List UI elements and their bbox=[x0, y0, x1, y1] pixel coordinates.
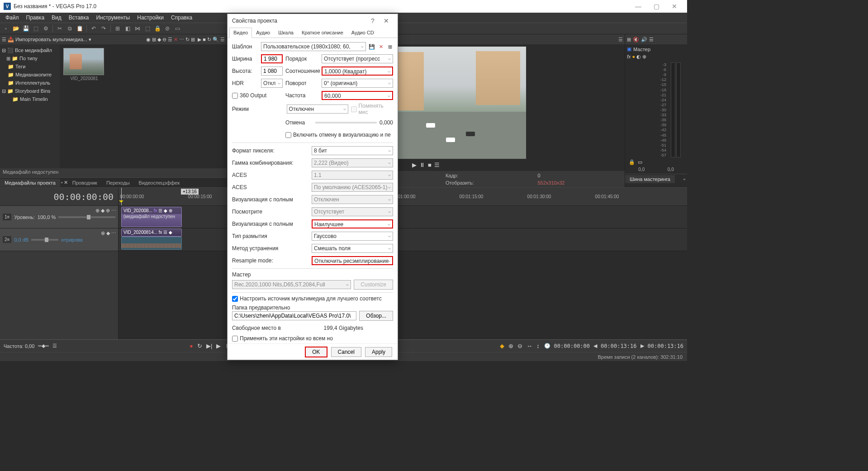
collapse-icon[interactable]: ⊖ bbox=[517, 342, 523, 350]
cancel-button[interactable]: Cancel bbox=[331, 347, 361, 357]
play-start-icon[interactable]: ▶| bbox=[205, 342, 213, 350]
paste-icon[interactable]: 📋 bbox=[76, 24, 84, 33]
height-input[interactable] bbox=[261, 67, 283, 76]
apply-all-checkbox[interactable] bbox=[232, 336, 238, 342]
fullrender2-select[interactable]: Наилучшее bbox=[312, 219, 393, 228]
copy-icon[interactable]: ⧉ bbox=[66, 24, 74, 33]
minimize-button[interactable]: — bbox=[629, 0, 647, 13]
play-media-icon[interactable]: ▶ bbox=[198, 37, 201, 43]
timecode-display[interactable]: 00:00:00:00 bbox=[0, 188, 118, 206]
record-icon[interactable]: ● bbox=[189, 342, 194, 350]
tree-all-media[interactable]: ⊟⬛Все медиафайл bbox=[2, 46, 58, 54]
track-fx-icon[interactable]: ◆ bbox=[101, 208, 104, 214]
expand-icon[interactable]: ⊕ bbox=[508, 342, 514, 350]
more-icon[interactable]: ⋯ bbox=[179, 37, 184, 43]
master-collapse-icon[interactable]: ⊞ bbox=[627, 37, 631, 43]
save-icon[interactable]: 💾 bbox=[22, 24, 30, 33]
master-lock-icon[interactable]: 🔒 bbox=[629, 159, 635, 165]
media-fx-icon[interactable]: ◆ bbox=[157, 37, 161, 43]
autosnap-icon[interactable]: ⬚ bbox=[143, 24, 152, 33]
browse-button[interactable]: Обзор... bbox=[359, 311, 393, 321]
mode-select[interactable]: Отключен bbox=[287, 105, 348, 114]
blur-select[interactable]: Гауссово bbox=[312, 232, 393, 241]
media-tool-icon[interactable]: ▾ bbox=[89, 37, 91, 43]
capture-icon[interactable]: ◉ bbox=[146, 37, 151, 43]
track-audio-auto-icon[interactable]: ◆ bbox=[106, 230, 110, 236]
crossfade-icon[interactable]: ⋈ bbox=[133, 24, 142, 33]
tab-videofx[interactable]: Видеоспецэффек bbox=[134, 179, 185, 187]
media-menu-icon[interactable]: ☰ bbox=[220, 37, 225, 43]
track-motion-icon[interactable]: ⊕ bbox=[95, 208, 100, 214]
menu-tools[interactable]: Инструменты bbox=[92, 13, 133, 22]
snap-icon[interactable]: ⊞ bbox=[114, 24, 122, 33]
aspect-select[interactable]: 1,0000 (Квадрат) bbox=[322, 67, 393, 76]
rotate-select[interactable]: 0° (оригинал) bbox=[322, 79, 393, 88]
master-insert-icon[interactable]: ● bbox=[632, 54, 636, 60]
tree-by-type[interactable]: ⊞📁По типу bbox=[2, 54, 58, 62]
preview-pause-icon[interactable]: ⏸ bbox=[419, 162, 425, 168]
close-button[interactable]: ✕ bbox=[665, 0, 683, 13]
playhead[interactable] bbox=[121, 188, 122, 205]
add-marker-icon[interactable]: ◆ bbox=[499, 342, 505, 350]
delete-icon[interactable]: ✕ bbox=[174, 37, 178, 43]
deint-select[interactable]: Смешать поля bbox=[312, 244, 393, 253]
template-save-icon[interactable]: 💾 bbox=[369, 43, 375, 50]
render-icon[interactable]: ⬚ bbox=[32, 24, 40, 33]
menu-file[interactable]: Файл bbox=[2, 13, 23, 22]
resample-select[interactable]: Отключить ресэмплирование bbox=[312, 256, 393, 265]
template-select[interactable]: Пользовательское (1980x1080; 60, bbox=[261, 42, 366, 51]
dtab-summary[interactable]: Краткое описание bbox=[298, 28, 347, 38]
include-undo-checkbox[interactable] bbox=[285, 132, 291, 138]
zoom-height-icon[interactable]: ↕ bbox=[536, 342, 541, 350]
remove-icon[interactable]: ⊖ bbox=[162, 37, 166, 43]
preview-menu-icon[interactable]: ☰ bbox=[618, 37, 623, 43]
props-icon[interactable]: ☰ bbox=[168, 37, 172, 43]
folder-input[interactable] bbox=[232, 311, 356, 320]
pixfmt-select[interactable]: 8 бит bbox=[312, 146, 393, 155]
master-speaker-icon[interactable]: 🔊 bbox=[641, 37, 647, 43]
undo-slider[interactable] bbox=[315, 122, 377, 124]
width-input[interactable] bbox=[261, 54, 283, 63]
master-auto-icon[interactable]: ◐ bbox=[636, 54, 641, 60]
stop-media-icon[interactable]: ■ bbox=[203, 37, 206, 42]
loop-icon[interactable]: ↻ bbox=[196, 342, 203, 350]
tc-selection-length[interactable]: 00:00:13:16 bbox=[648, 343, 683, 349]
zoom-time-icon[interactable]: ↔ bbox=[526, 342, 533, 350]
dtab-ruler[interactable]: Шкала bbox=[274, 28, 298, 38]
menu-insert[interactable]: Вставка bbox=[65, 13, 93, 22]
tab-close-icon[interactable]: ✕ bbox=[64, 180, 68, 186]
tree-toggle-icon[interactable]: ☰ bbox=[2, 37, 6, 43]
include-undo-check[interactable]: Включить отмену в визуализацию и пе bbox=[285, 132, 391, 138]
audio-clip-header[interactable]: VID_20200814... fx ☰ ◆ bbox=[121, 228, 182, 237]
lock-icon[interactable]: 🔒 bbox=[153, 24, 161, 33]
cut-icon[interactable]: ✂ bbox=[56, 24, 64, 33]
normal-edit-icon[interactable]: ▭ bbox=[173, 24, 181, 33]
adjust-src-check[interactable]: Настроить источник мультимедиа для лучше… bbox=[232, 295, 393, 302]
redo-icon[interactable]: ↷ bbox=[100, 24, 108, 33]
tree-main-timeline[interactable]: 📁Main Timelin bbox=[2, 95, 58, 103]
master-fx-icon[interactable]: fx bbox=[627, 54, 631, 60]
track-header-video[interactable]: 1≡ Уровень: 100,0 % ⊕ ◆ ⊕ ⋯ bbox=[0, 206, 118, 228]
getphoto-icon[interactable]: ⊞ bbox=[152, 37, 156, 43]
master-mode-icon[interactable]: ▭ bbox=[638, 159, 642, 165]
master-menu-icon[interactable]: ☰ bbox=[649, 37, 654, 43]
media-tree[interactable]: ⊟⬛Все медиафайл ⊞📁По типу 📁Теги 📁Медиана… bbox=[0, 44, 60, 168]
dtab-audiocd[interactable]: Аудио CD bbox=[347, 28, 378, 38]
video-track-lane[interactable]: VID_202008... fx ☰ ◆ ⊕ (медиафайл недост… bbox=[119, 206, 687, 228]
dtab-audio[interactable]: Аудио bbox=[252, 28, 274, 38]
template-match-icon[interactable]: ⊞ bbox=[387, 43, 393, 50]
tc-selection-end[interactable]: 00:00:13:16 bbox=[601, 343, 636, 349]
play-icon[interactable]: ▶ bbox=[215, 342, 222, 350]
track-more-icon[interactable]: ⋯ bbox=[111, 208, 116, 214]
order-select[interactable]: Отсутствует (прогресс bbox=[322, 54, 393, 63]
dialog-help-icon[interactable]: ? bbox=[366, 17, 379, 24]
properties-icon[interactable]: ⚙ bbox=[42, 24, 50, 33]
timeline-tracks[interactable]: +13:16 00:00:00:00 00:00:15:00 00:01:00:… bbox=[119, 188, 687, 339]
autoplay-icon[interactable]: ↻ bbox=[207, 37, 211, 43]
tab-transitions[interactable]: Переходы bbox=[102, 179, 134, 187]
track-audio-more-icon[interactable]: ⋯ bbox=[111, 230, 116, 236]
new-icon[interactable]: ▫ bbox=[2, 24, 10, 33]
menu-help[interactable]: Справка bbox=[167, 13, 196, 22]
freq-select[interactable]: 60,000 bbox=[322, 91, 393, 100]
preview-play-icon[interactable]: ▶ bbox=[412, 162, 417, 168]
